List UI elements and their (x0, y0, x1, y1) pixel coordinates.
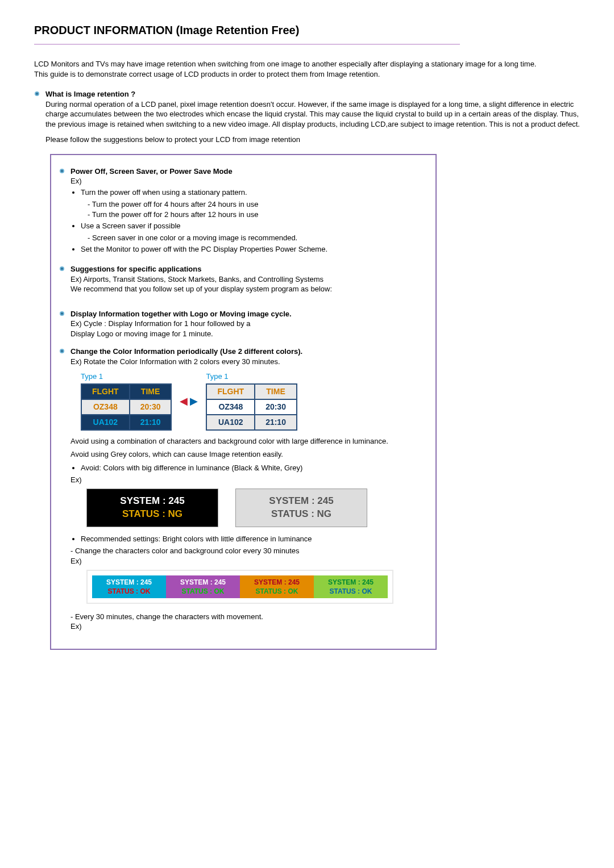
q1-body: During normal operation of a LCD panel, … (45, 99, 580, 130)
rec-box-1-l2: STATUS : OK (92, 587, 166, 596)
rec-box-1-l1: SYSTEM : 245 (92, 578, 166, 587)
svg-point-3 (61, 170, 63, 172)
s4-l1: Ex) Rotate the Color Information with 2 … (70, 357, 426, 367)
s2-l1: Ex) Airports, Transit Stations, Stock Ma… (70, 274, 426, 285)
q1-follow: Please follow the suggestions below to p… (45, 135, 580, 145)
flight-table-2: Type 1 FLGHTTIME OZ34820:30 UA10221:10 (206, 372, 297, 431)
section-change-color: Change the Color Information periodicall… (59, 347, 426, 631)
section-power-off: Power Off, Screen Saver, or Power Save M… (59, 166, 426, 256)
s1-b2: Use a Screen saver if possible (81, 221, 426, 231)
section-specific-apps: Suggestions for specific applications Ex… (59, 264, 426, 294)
suggestions-box: Power Off, Screen Saver, or Power Save M… (50, 154, 437, 650)
s3-l1: Ex) Cycle : Display Information for 1 ho… (70, 319, 426, 329)
s1-title: Power Off, Screen Saver, or Power Save M… (70, 166, 426, 177)
ft2-caption: Type 1 (206, 372, 297, 384)
s1-b1b: - Turn the power off for 2 hours after 1… (88, 210, 426, 220)
rec-bul: Recommended settings: Bright colors with… (81, 534, 426, 544)
avoid-p2: Avoid using Grey colors, which can cause… (70, 449, 426, 460)
title-divider (34, 44, 460, 45)
s1-b2a: - Screen saver in one color or a moving … (88, 233, 426, 243)
s1-ex: Ex) (70, 176, 426, 186)
svg-point-9 (61, 350, 63, 352)
last-l1: - Every 30 minutes, change the character… (70, 612, 426, 622)
svg-point-1 (36, 93, 38, 95)
rec-box-4: SYSTEM : 245 STATUS : OK (314, 575, 388, 598)
rec-box-4-l1: SYSTEM : 245 (314, 578, 388, 587)
ft-h1: FLGHT (81, 384, 130, 399)
avoid-box-1: SYSTEM : 245 STATUS : NG (86, 489, 218, 527)
avoid-bul: Avoid: Colors with big difference in lum… (81, 463, 426, 473)
s1-b1a: - Turn the power off for 4 hours after 2… (88, 199, 426, 210)
intro-block: LCD Monitors and TVs may have image rete… (34, 59, 580, 79)
ft1-caption: Type 1 (81, 372, 172, 384)
q1-title: What is Image retention ? (45, 89, 580, 99)
flight-tables: Type 1 FLGHTTIME OZ34820:30 UA10221:10 ◀… (81, 372, 426, 431)
rec-box-3-l2: STATUS : OK (240, 587, 314, 596)
ft-r1c0: UA102 (81, 415, 130, 430)
ft-r1c1: 21:10 (130, 415, 172, 430)
ft-r1c1: 21:10 (255, 415, 297, 430)
rec-box-1: SYSTEM : 245 STATUS : OK (92, 575, 166, 598)
recommended-examples: SYSTEM : 245 STATUS : OK SYSTEM : 245 ST… (86, 570, 393, 604)
arrows-icon: ◀▶ (180, 394, 198, 408)
avoid-box-2-l2: STATUS : NG (236, 508, 367, 521)
svg-point-5 (61, 268, 63, 270)
intro-line-1: LCD Monitors and TVs may have image rete… (34, 59, 580, 69)
flight-table-1: Type 1 FLGHTTIME OZ34820:30 UA10221:10 (81, 372, 172, 431)
bullet-icon (59, 168, 65, 174)
avoid-examples: SYSTEM : 245 STATUS : NG SYSTEM : 245 ST… (86, 489, 426, 527)
avoid-box-2: SYSTEM : 245 STATUS : NG (235, 489, 367, 527)
rec-l1: - Change the characters color and backgr… (70, 546, 426, 556)
section-display-logo: Display Information together with Logo o… (59, 309, 426, 339)
avoid-box-1-l1: SYSTEM : 245 (87, 495, 218, 508)
rec-box-2: SYSTEM : 245 STATUS : OK (166, 575, 240, 598)
avoid-box-2-l1: SYSTEM : 245 (236, 495, 367, 508)
avoid-p1: Avoid using a combination of characters … (70, 436, 426, 446)
bullet-icon (59, 311, 65, 316)
rec-box-2-l2: STATUS : OK (166, 587, 240, 596)
ft-r0c1: 20:30 (255, 399, 297, 415)
ft-h2: TIME (255, 384, 297, 399)
s2-l2: We recommend that you follow set up of y… (70, 284, 426, 294)
s2-title: Suggestions for specific applications (70, 264, 426, 274)
bullet-icon (34, 91, 40, 97)
last-ex: Ex) (70, 621, 426, 632)
rec-box-3-l1: SYSTEM : 245 (240, 578, 314, 587)
s1-b1: Turn the power off when using a stationa… (81, 187, 426, 198)
avoid-box-1-l2: STATUS : NG (87, 508, 218, 521)
rec-box-4-l2: STATUS : OK (314, 587, 388, 596)
ft-r1c0: UA102 (206, 415, 255, 430)
bullet-icon (59, 266, 65, 272)
ft-r0c0: OZ348 (81, 399, 130, 415)
s4-title: Change the Color Information periodicall… (70, 347, 426, 357)
bullet-icon (59, 348, 65, 354)
rec-ex: Ex) (70, 556, 426, 566)
s3-title: Display Information together with Logo o… (70, 309, 426, 319)
section-what-is: What is Image retention ? During normal … (34, 89, 580, 145)
rec-box-2-l1: SYSTEM : 245 (166, 578, 240, 587)
s1-b3: Set the Monitor to power off with the PC… (81, 244, 426, 254)
intro-line-2: This guide is to demonstrate correct usa… (34, 69, 580, 80)
avoid-ex: Ex) (70, 475, 426, 485)
ft-h2: TIME (130, 384, 172, 399)
rec-box-3: SYSTEM : 245 STATUS : OK (240, 575, 314, 598)
svg-point-7 (61, 312, 63, 315)
s3-l2: Display Logo or moving image for 1 minut… (70, 329, 426, 339)
page-title: PRODUCT INFORMATION (Image Retention Fre… (34, 23, 580, 38)
ft-r0c0: OZ348 (206, 399, 255, 415)
ft-r0c1: 20:30 (130, 399, 172, 415)
ft-h1: FLGHT (206, 384, 255, 399)
